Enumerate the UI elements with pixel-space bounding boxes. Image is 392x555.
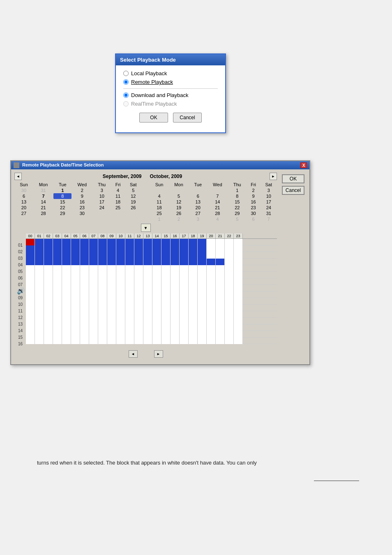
cell-01-10[interactable] [116,239,125,245]
table-row[interactable]: 30 [247,210,261,216]
cell-01-16[interactable] [171,239,180,245]
table-row[interactable]: 23 [247,205,261,210]
cell-05-00[interactable] [26,265,35,272]
cell-03-07[interactable] [89,252,98,259]
table-row[interactable]: 14 [33,199,53,205]
cell-03-10[interactable] [116,252,125,259]
cell-04-05[interactable] [71,259,80,265]
cell-04-12[interactable] [134,259,143,265]
table-row[interactable]: 28 [207,210,228,216]
table-row[interactable]: 20 [189,205,207,210]
cell-02-16[interactable] [171,245,180,252]
cell-03-18[interactable] [189,252,198,259]
table-row[interactable]: 30 [14,187,33,193]
table-row[interactable]: 4 [150,193,169,199]
cell-03-09[interactable] [107,252,116,259]
table-row[interactable]: 16 [71,199,92,205]
table-row[interactable]: 19 [168,205,189,210]
table-row[interactable]: 28 [33,210,53,216]
table-row[interactable]: 27 [189,210,207,216]
table-row[interactable]: 3 [92,187,111,193]
table-row[interactable]: 31 [33,187,53,193]
cell-01-23[interactable] [234,239,243,245]
cell-04-07[interactable] [89,259,98,265]
prev-month-button[interactable]: ◄ [14,173,22,180]
table-row[interactable]: 1 [228,187,247,193]
cell-01-04[interactable] [62,239,71,245]
table-row[interactable]: 21 [207,205,228,210]
cell-01-14[interactable] [152,239,161,245]
cell-02-10[interactable] [116,245,125,252]
cell-03-03[interactable] [53,252,62,259]
table-row[interactable]: 7 [261,216,277,222]
cell-03-11[interactable] [125,252,134,259]
cell-01-05[interactable] [71,239,80,245]
table-row[interactable]: 17 [261,199,277,205]
ok-button[interactable]: OK [139,113,168,123]
cell-04-21[interactable] [216,259,225,265]
table-row[interactable]: 31 [261,210,277,216]
cell-02-09[interactable] [107,245,116,252]
cell-02-11[interactable] [125,245,134,252]
cell-03-15[interactable] [161,252,171,259]
table-row[interactable]: 13 [189,199,207,205]
cell-03-19[interactable] [198,252,207,259]
cell-02-22[interactable] [225,245,234,252]
table-row[interactable]: 2 [71,187,92,193]
prev-nav-button[interactable]: ◄ [129,350,138,358]
table-row[interactable]: 3 [261,187,277,193]
cell-01-18[interactable] [189,239,198,245]
table-row[interactable]: 25 [111,205,125,210]
remote-playback-option[interactable]: Remote Playback [123,79,218,85]
table-row[interactable]: 4 [207,216,228,222]
table-row[interactable]: 30 [71,210,92,216]
cell-01-11[interactable] [125,239,134,245]
datetime-ok-button[interactable]: OK [282,174,304,183]
cell-03-20[interactable] [207,252,216,259]
cell-01-21[interactable] [216,239,225,245]
cell-01-08[interactable] [98,239,107,245]
cell-01-01[interactable] [35,239,44,245]
cell-01-22[interactable] [225,239,234,245]
cell-03-08[interactable] [98,252,107,259]
table-row[interactable]: 22 [53,205,71,210]
table-row[interactable]: 10 [92,193,111,199]
table-row[interactable]: 8 [53,193,71,199]
cell-01-17[interactable] [180,239,189,245]
cell-03-12[interactable] [134,252,143,259]
cell-01-09[interactable] [107,239,116,245]
realtime-playback-option[interactable]: RealTime Playback [123,101,218,107]
cell-03-22[interactable] [225,252,234,259]
table-row[interactable]: 4 [111,187,125,193]
cell-04-14[interactable] [152,259,161,265]
table-row[interactable]: 2 [247,187,261,193]
table-row[interactable]: 26 [168,210,189,216]
cell-04-10[interactable] [116,259,125,265]
table-row[interactable]: 18 [150,205,169,210]
local-radio[interactable] [123,71,129,76]
cell-01-02[interactable] [44,239,53,245]
cell-02-19[interactable] [198,245,207,252]
table-row[interactable]: 14 [207,199,228,205]
cell-03-05[interactable] [71,252,80,259]
table-row[interactable]: 3 [189,216,207,222]
table-row[interactable]: 29 [228,210,247,216]
cancel-button[interactable]: Cancel [173,113,202,123]
realtime-radio[interactable] [123,101,129,106]
cell-04-22[interactable] [225,259,234,265]
cell-01-13[interactable] [143,239,152,245]
cell-03-21[interactable] [216,252,225,259]
table-row[interactable]: 5 [125,187,141,193]
cell-04-11[interactable] [125,259,134,265]
cell-03-13[interactable] [143,252,152,259]
cell-03-01[interactable] [35,252,44,259]
cell-04-19[interactable] [198,259,207,265]
cell-03-04[interactable] [62,252,71,259]
cell-02-00[interactable] [26,245,35,252]
table-row[interactable]: 2 [168,216,189,222]
next-month-button[interactable]: ► [270,173,277,180]
local-playback-option[interactable]: Local Playback [123,70,218,76]
cell-04-01[interactable] [35,259,44,265]
cell-02-05[interactable] [71,245,80,252]
cell-02-03[interactable] [53,245,62,252]
